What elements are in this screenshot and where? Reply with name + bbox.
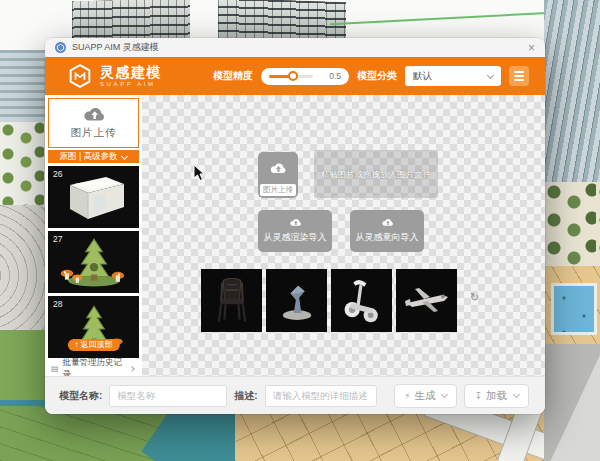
cloud-upload-icon [269, 162, 287, 175]
chevron-down-icon [441, 391, 448, 398]
model-name-input[interactable] [109, 385, 227, 407]
gallery-item-armchair[interactable] [201, 269, 262, 332]
background-trees [0, 122, 46, 207]
precision-slider[interactable]: 0.5 [261, 68, 349, 85]
slider-track[interactable] [269, 75, 313, 78]
gallery-item-airplane[interactable] [396, 269, 457, 332]
screen: SUAPP AIM 灵感建模 × 灵感建模 SUAPP AIM 模型精度 [0, 0, 600, 461]
gallery-item-figurine[interactable] [266, 269, 327, 332]
logo-subtitle: SUAPP AIM [100, 81, 162, 87]
tree-model-image [52, 235, 136, 289]
refresh-icon[interactable]: ↻ [470, 292, 479, 303]
app-icon [55, 42, 66, 53]
history-icon: ▤ [51, 364, 59, 373]
import-from-render-button[interactable]: 从灵感渲染导入 [258, 210, 332, 252]
figurine-image [275, 276, 319, 326]
menu-button[interactable] [509, 66, 529, 86]
background-plaza [0, 205, 46, 333]
main-canvas: 图片上传 粘贴图片或拖拽放入图片文件 从灵感渲染导入 [142, 95, 545, 376]
background-road [544, 344, 600, 461]
load-icon: ↧ [474, 391, 482, 401]
slider-knob[interactable] [288, 71, 298, 81]
dialog-titlebar[interactable]: SUAPP AIM 灵感建模 × [45, 38, 545, 57]
generate-label: 生成 [414, 389, 435, 403]
background-pool [551, 283, 597, 335]
category-label: 模型分类 [357, 69, 397, 83]
batch-history-row[interactable]: ▤ 批量管理历史记录 [48, 361, 139, 376]
image-upload-tile[interactable]: 图片上传 [258, 152, 298, 198]
background-glass-building [0, 50, 46, 125]
chevron-down-icon [487, 71, 494, 78]
description-input[interactable] [265, 385, 377, 407]
armchair-image [210, 276, 254, 326]
gallery-item-segway[interactable] [331, 269, 392, 332]
category-dropdown[interactable]: 默认 [405, 66, 501, 86]
history-thumbnail-26[interactable]: 26 [48, 166, 139, 228]
suapp-logo: 灵感建模 SUAPP AIM [67, 63, 162, 89]
cloud-upload-icon [82, 106, 106, 123]
load-label: 加载 [486, 389, 507, 403]
chevron-right-icon [129, 366, 135, 372]
upload-card-label: 图片上传 [71, 126, 117, 140]
up-arrow-icon: ↑ [74, 340, 78, 349]
generate-button[interactable]: ⚡ 生成 [394, 384, 457, 408]
window-title: SUAPP AIM 灵感建模 [72, 41, 159, 54]
logo-title: 灵感建模 [100, 65, 162, 80]
background-trees [544, 182, 600, 278]
upload-tile-label: 图片上传 [260, 184, 296, 196]
paste-dropzone[interactable]: 粘贴图片或拖拽放入图片文件 [314, 150, 438, 198]
load-button[interactable]: ↧ 加载 [464, 384, 529, 408]
history-thumbnail-28[interactable]: 28 ↑ 返回顶部 [48, 296, 139, 358]
precision-value: 0.5 [329, 71, 341, 81]
dialog-body: 图片上传 原图 | 高级参数 26 [45, 95, 545, 376]
cloud-icon [381, 218, 394, 227]
chevron-down-icon [121, 153, 128, 160]
import-intent-label: 从灵感意向导入 [356, 231, 419, 244]
dropzone-text: 粘贴图片或拖拽放入图片文件 [321, 169, 432, 180]
chevron-down-icon [513, 391, 520, 398]
params-bar-label: 原图 | 高级参数 [60, 151, 118, 163]
close-icon[interactable]: × [528, 42, 535, 54]
thumbnail-number: 28 [53, 299, 62, 309]
hexagon-logo-icon [67, 63, 93, 89]
dialog-header: 灵感建模 SUAPP AIM 模型精度 0.5 模型分类 默认 [45, 57, 545, 95]
segway-image [340, 276, 384, 326]
thumbnail-number: 26 [53, 169, 62, 179]
white-box-model-image [52, 169, 136, 225]
suapp-aim-dialog: SUAPP AIM 灵感建模 × 灵感建模 SUAPP AIM 模型精度 [45, 38, 545, 414]
category-value: 默认 [413, 70, 432, 83]
back-to-top-button[interactable]: ↑ 返回顶部 [67, 339, 119, 351]
background-grass [0, 330, 46, 404]
sidebar: 图片上传 原图 | 高级参数 26 [45, 95, 142, 376]
airplane-image [402, 280, 452, 322]
thumbnail-number: 27 [53, 234, 62, 244]
sidebar-upload-card[interactable]: 图片上传 [48, 98, 139, 148]
dialog-footer: 模型名称: 描述: ⚡ 生成 ↧ 加载 [45, 376, 545, 414]
import-render-label: 从灵感渲染导入 [264, 231, 327, 244]
back-to-top-label: 返回顶部 [81, 340, 113, 349]
example-gallery [201, 269, 457, 332]
mouse-cursor [193, 164, 205, 182]
precision-label: 模型精度 [213, 69, 253, 83]
cloud-icon [289, 218, 302, 227]
import-from-intent-button[interactable]: 从灵感意向导入 [350, 210, 424, 252]
history-thumbnail-27[interactable]: 27 [48, 231, 139, 293]
generate-icon: ⚡ [404, 391, 410, 401]
advanced-params-bar[interactable]: 原图 | 高级参数 [48, 150, 139, 163]
model-name-label: 模型名称: [59, 389, 102, 403]
description-label: 描述: [234, 389, 257, 403]
